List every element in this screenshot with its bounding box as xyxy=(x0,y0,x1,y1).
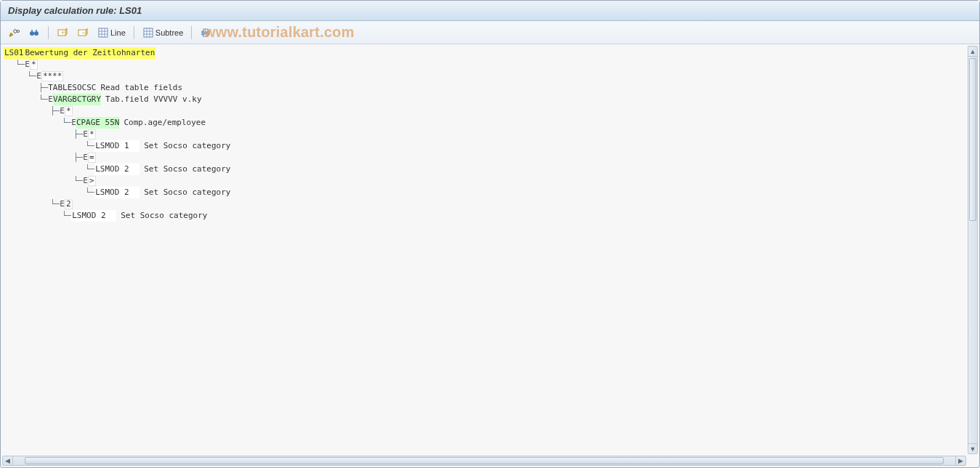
node-key: > xyxy=(88,176,96,186)
node-key: * xyxy=(88,129,96,140)
tree-node[interactable]: └─LSMOD 2Set Socso category xyxy=(4,187,965,198)
tree-connector: ├─ xyxy=(73,129,83,140)
scroll-left-icon[interactable]: ◀ xyxy=(3,456,13,465)
node-command: LSMOD 2 xyxy=(94,187,139,198)
tree-connector: └─ xyxy=(73,175,83,187)
rule-description: Bewertung der Zeitlohnarten xyxy=(25,47,156,59)
e-marker: E xyxy=(60,105,65,117)
svg-rect-13 xyxy=(203,29,208,32)
node-description: Comp.age/employee xyxy=(123,117,206,129)
node-key: = xyxy=(88,153,96,163)
scroll-up-icon[interactable]: ▲ xyxy=(968,47,977,57)
tree-node[interactable]: ├─E = xyxy=(4,152,965,164)
line-button[interactable]: Line xyxy=(94,25,129,41)
svg-rect-14 xyxy=(203,34,208,36)
tree-connector: └─ xyxy=(85,164,94,175)
print-button[interactable] xyxy=(197,25,214,41)
e-marker: E xyxy=(71,117,76,129)
content-area: LS01 Bewertung der Zeitlohnarten└─E *└─E… xyxy=(1,44,979,456)
svg-rect-10 xyxy=(99,28,108,37)
node-key: * xyxy=(65,106,73,116)
node-description: Tab.field VVVVV v.ky xyxy=(105,94,201,105)
watermark: www.tutorialkart.com xyxy=(204,24,355,41)
collapse-icon: − xyxy=(77,27,89,39)
tree-root[interactable]: LS01 Bewertung der Zeitlohnarten xyxy=(4,47,965,59)
tree-node[interactable]: ├─E * xyxy=(4,129,965,140)
node-description: Set Socso category xyxy=(144,187,230,198)
svg-rect-5 xyxy=(36,30,37,32)
pencil-glasses-icon xyxy=(8,27,20,39)
tree-node[interactable]: └─LSMOD 1Set Socso category xyxy=(4,140,965,152)
subtree-button[interactable]: Subtree xyxy=(139,25,187,41)
node-description: Read table fields xyxy=(100,82,182,94)
print-icon xyxy=(200,27,211,39)
tree-connector: ├─ xyxy=(50,105,60,117)
tree-connector: └─ xyxy=(85,187,94,198)
toolbar-separator xyxy=(48,26,49,39)
tree-connector: └─ xyxy=(15,59,25,70)
toolbar-separator xyxy=(191,26,192,39)
scroll-right-icon[interactable]: ▶ xyxy=(955,456,965,465)
tree-node[interactable]: └─E CPAGE 55NComp.age/employee xyxy=(4,117,965,129)
node-command: VARGBCTGRY xyxy=(53,94,101,105)
e-marker: E xyxy=(83,129,88,140)
tree-node[interactable]: └─E > xyxy=(4,175,965,187)
node-key: * xyxy=(30,60,38,70)
node-command: TABLESOCSC xyxy=(48,82,96,94)
vertical-scrollbar[interactable]: ▲ ▼ xyxy=(968,46,978,454)
title-bar: Display calculation rule: LS01 xyxy=(1,1,979,21)
app-window: Display calculation rule: LS01 xyxy=(0,0,980,468)
grid-icon xyxy=(142,27,154,39)
svg-point-1 xyxy=(17,30,19,32)
node-key: 2 xyxy=(65,199,73,209)
tree-connector: └─ xyxy=(27,70,36,82)
tree-node[interactable]: └─LSMOD 2Set Socso category xyxy=(4,210,965,222)
e-marker: E xyxy=(36,70,41,82)
node-key: **** xyxy=(41,71,64,81)
tree-node[interactable]: └─E * xyxy=(4,59,965,70)
svg-rect-11 xyxy=(144,28,153,37)
tree-node[interactable]: └─E 2 xyxy=(4,198,965,210)
tree-node[interactable]: ├─E * xyxy=(4,105,965,117)
scroll-thumb[interactable] xyxy=(25,457,944,464)
calculation-rule-tree[interactable]: LS01 Bewertung der Zeitlohnarten└─E *└─E… xyxy=(4,47,965,456)
subtree-button-label: Subtree xyxy=(155,28,184,37)
binoculars-icon xyxy=(28,27,40,39)
change-display-button[interactable] xyxy=(5,25,23,41)
node-command: CPAGE 55N xyxy=(76,117,120,129)
tree-connector: ├─ xyxy=(39,82,48,94)
tree-connector: └─ xyxy=(85,140,94,152)
node-command: LSMOD 1 xyxy=(94,140,139,152)
line-button-label: Line xyxy=(110,28,126,37)
toolbar-separator xyxy=(134,26,134,39)
toolbar: + − Line xyxy=(1,21,979,44)
rule-code: LS01 xyxy=(4,47,25,59)
tree-node[interactable]: └─E VARGBCTGRYTab.field VVVVV v.ky xyxy=(4,94,965,105)
expand-icon: + xyxy=(57,27,68,39)
svg-rect-4 xyxy=(31,30,33,32)
tree-connector: ├─ xyxy=(73,152,83,164)
scroll-thumb[interactable] xyxy=(969,58,976,221)
expand-button[interactable]: + xyxy=(54,25,71,41)
tree-node[interactable]: └─E **** xyxy=(4,70,965,82)
tree-node[interactable]: ├─TABLESOCSCRead table fields xyxy=(4,82,965,94)
tree-connector: └─ xyxy=(62,117,71,129)
node-command: LSMOD 2 xyxy=(71,210,116,222)
tree-connector: └─ xyxy=(39,94,48,105)
e-marker: E xyxy=(48,94,53,105)
node-description: Set Socso category xyxy=(144,140,230,152)
e-marker: E xyxy=(25,59,30,70)
horizontal-scrollbar[interactable]: ◀ ▶ xyxy=(2,456,966,466)
svg-point-0 xyxy=(14,29,17,33)
page-title: Display calculation rule: LS01 xyxy=(8,5,142,16)
tree-node[interactable]: └─LSMOD 2Set Socso category xyxy=(4,164,965,175)
svg-text:−: − xyxy=(81,29,85,36)
node-description: Set Socso category xyxy=(144,164,230,175)
svg-text:+: + xyxy=(61,29,65,36)
collapse-button[interactable]: − xyxy=(74,25,92,41)
search-button[interactable] xyxy=(25,25,43,41)
scroll-down-icon[interactable]: ▼ xyxy=(968,443,977,453)
node-description: Set Socso category xyxy=(121,210,207,222)
node-command: LSMOD 2 xyxy=(94,164,139,175)
e-marker: E xyxy=(83,175,88,187)
